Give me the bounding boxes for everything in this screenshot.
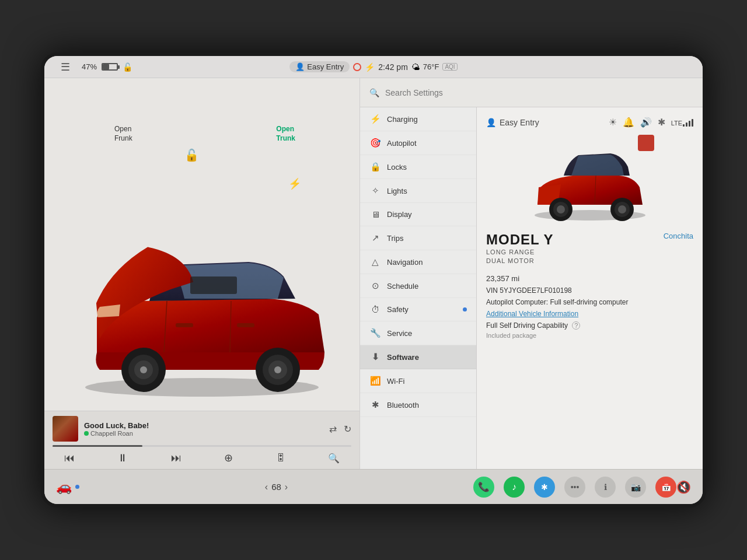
schedule-menu-icon: ⊙ [369, 281, 381, 291]
menu-item-software[interactable]: ⬇ Software [360, 345, 476, 369]
settings-header: 🔍 [360, 78, 703, 107]
song-artist: Chappell Roan [84, 430, 323, 437]
volume-icon[interactable]: 🔇 [676, 480, 691, 494]
menu-item-lights[interactable]: ✧ Lights [360, 179, 476, 203]
bluetooth-menu-label: Bluetooth [387, 401, 419, 410]
service-menu-icon: 🔧 [369, 328, 381, 338]
mileage-row: 23,357 mi [486, 274, 693, 283]
search-icon: 🔍 [369, 88, 379, 97]
left-panel: OpenFrunk OpenTrunk 🔓 ⚡ [44, 78, 359, 469]
svg-point-4 [140, 366, 147, 373]
car-image-right [526, 135, 654, 222]
signal-bar-1 [683, 124, 685, 127]
model-name-block: MODEL Y LONG RANGE DUAL MOTOR [486, 232, 553, 266]
software-menu-label: Software [387, 353, 419, 362]
song-info: Good Luck, Babe! Chappell Roan [84, 421, 323, 437]
music-player: Good Luck, Babe! Chappell Roan ⇄ ↻ [44, 411, 359, 469]
car-taskbar-icon[interactable]: 🚗 [56, 480, 72, 495]
next-button[interactable]: ⏭ [171, 452, 181, 464]
spotify-icon: ♪ [512, 482, 516, 492]
signal-bar-3 [689, 121, 690, 127]
shuffle-icon[interactable]: ⇄ [329, 424, 337, 435]
trunk-label[interactable]: OpenTrunk [276, 125, 295, 143]
spotify-app-icon[interactable]: ♪ [504, 477, 525, 498]
lock-status-icon[interactable]: 🔓 [184, 148, 199, 162]
right-panel: 🔍 ⚡ Charging 🎯 Autopilot [359, 78, 703, 469]
calendar-app-icon[interactable]: 📅 [655, 477, 676, 498]
album-art-image [53, 416, 78, 442]
fsd-sub: Included package [486, 332, 693, 339]
equalizer-icon[interactable]: 🎛 [276, 453, 285, 463]
navigation-menu-label: Navigation [387, 258, 423, 267]
repeat-icon[interactable]: ↻ [344, 424, 351, 435]
menu-item-navigation[interactable]: △ Navigation [360, 250, 476, 274]
car-view-area: OpenFrunk OpenTrunk 🔓 ⚡ [44, 78, 359, 411]
info-app-icon[interactable]: ℹ [595, 477, 616, 498]
album-art [53, 416, 78, 442]
menu-item-service[interactable]: 🔧 Service [360, 321, 476, 345]
question-icon[interactable]: ? [572, 321, 580, 330]
status-bar: ☰ 47% 🔓 👤 Easy Entry ⚡ 2:42 pm 🌤 76°F AQ… [44, 56, 703, 78]
record-button[interactable] [353, 63, 361, 71]
dots-app-icon[interactable]: ••• [564, 477, 585, 498]
menu-item-wifi[interactable]: 📶 Wi-Fi [360, 369, 476, 393]
lights-menu-icon: ✧ [369, 186, 381, 196]
search-music-icon[interactable]: 🔍 [328, 453, 340, 464]
signal-bar-2 [686, 123, 687, 127]
prev-button[interactable]: ⏮ [64, 452, 75, 464]
menu-icon-area: ☰ [54, 61, 77, 74]
calendar-icon: 📅 [661, 482, 671, 492]
signal-bars [683, 118, 693, 127]
song-title: Good Luck, Babe! [84, 421, 323, 430]
menu-item-schedule[interactable]: ⊙ Schedule [360, 274, 476, 298]
navigation-menu-icon: △ [369, 257, 381, 267]
autopilot-menu-label: Autopilot [387, 139, 417, 148]
temp-decrease-button[interactable]: ‹ [265, 482, 268, 492]
lock-icon: 🔓 [123, 62, 132, 72]
add-button[interactable]: ⊕ [224, 452, 233, 464]
menu-item-autopilot[interactable]: 🎯 Autopilot [360, 131, 476, 155]
progress-bar[interactable] [53, 445, 351, 447]
screen-outer: ☰ 47% 🔓 👤 Easy Entry ⚡ 2:42 pm 🌤 76°F AQ… [41, 52, 706, 508]
temp-increase-button[interactable]: › [285, 482, 288, 492]
fsd-row: Full Self Driving Capability ? [486, 321, 693, 330]
owner-name: Conchita [664, 232, 693, 240]
menu-item-safety[interactable]: ⏱ Safety [360, 298, 476, 321]
trips-menu-label: Trips [387, 234, 403, 243]
fsd-label: Full Self Driving Capability [486, 321, 568, 330]
menu-item-bluetooth[interactable]: ✱ Bluetooth [360, 393, 476, 417]
weather-icon: 🌤 [411, 62, 420, 72]
additional-info-link[interactable]: Additional Vehicle Information [486, 310, 693, 318]
play-pause-button[interactable]: ⏸ [117, 452, 128, 464]
bluetooth-icon-task: ✱ [541, 482, 548, 492]
aqi-badge: AQI [442, 63, 457, 71]
menu-item-display[interactable]: 🖥 Display [360, 203, 476, 226]
model-sub-1: LONG RANGE [486, 248, 553, 257]
search-settings-input[interactable] [385, 88, 693, 97]
music-top: Good Luck, Babe! Chappell Roan ⇄ ↻ [53, 416, 351, 442]
camera-app-icon[interactable]: 📷 [625, 477, 646, 498]
autopilot-row: Autopilot Computer: Full self-driving co… [486, 298, 693, 306]
easy-entry-badge[interactable]: 👤 Easy Entry [289, 61, 350, 72]
taskbar-right: 🔇 [676, 480, 691, 494]
model-sub-2: DUAL MOTOR [486, 257, 553, 265]
frunk-label[interactable]: OpenFrunk [114, 125, 132, 143]
temperature-display: 76°F [423, 62, 439, 71]
charging-menu-icon: ⚡ [369, 114, 381, 124]
menu-item-trips[interactable]: ↗ Trips [360, 226, 476, 250]
bell-icon: 🔔 [623, 117, 634, 128]
phone-icon: 📞 [478, 481, 490, 492]
settings-menu: ⚡ Charging 🎯 Autopilot 🔒 Locks ✧ [360, 107, 477, 469]
battery-icon [102, 63, 118, 71]
panel-easy-entry: 👤 Easy Entry [486, 118, 539, 127]
car-image-left [62, 201, 342, 399]
bluetooth-app-icon[interactable]: ✱ [534, 477, 555, 498]
menu-item-charging[interactable]: ⚡ Charging [360, 107, 476, 131]
bluetooth-menu-icon: ✱ [369, 400, 381, 410]
display-menu-icon: 🖥 [369, 209, 381, 219]
phone-app-icon[interactable]: 📞 [473, 477, 494, 498]
menu-item-locks[interactable]: 🔒 Locks [360, 155, 476, 179]
model-name: MODEL Y [486, 232, 553, 248]
temperature-value: 68 [271, 482, 281, 492]
menu-icon[interactable]: ☰ [61, 61, 70, 74]
